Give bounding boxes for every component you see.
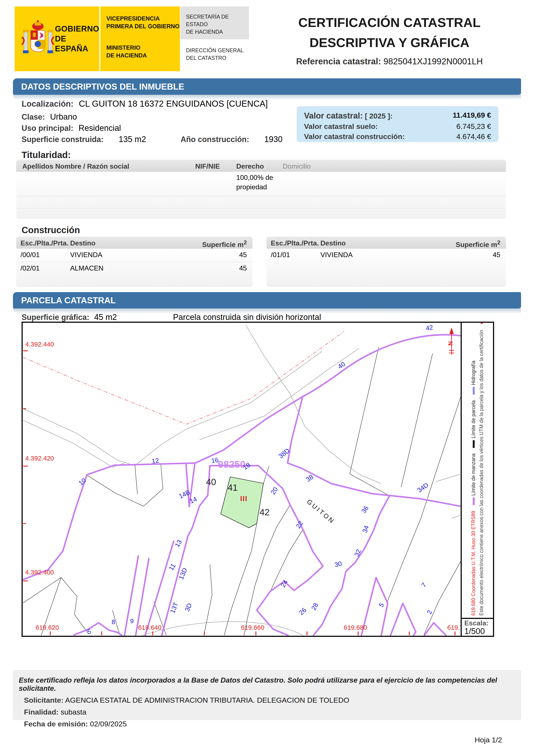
referencia-catastral: Referencia catastral: 9825041XJ1992N0001… [271,57,508,66]
table-cell: VIVIENDA [320,251,353,259]
parcel-number: 42 [260,507,270,517]
superficie-value: 135 m2 [119,135,146,144]
construccion-right-header: Esc./Plta./Prta. Destino Superficie m2 [267,237,506,249]
col-superficie: Superficie m2 [456,239,500,249]
finalidad-value: subasta [61,708,86,716]
parcel-number: 41 [228,482,238,493]
ministry-block: VICEPRESIDENCIA PRIMERA DEL GOBIERNO MIN… [100,7,180,71]
superficie-row: Superficie construida: 135 m2 Año constr… [22,135,282,144]
section-bar-parcela: PARCELA CATASTRAL [13,292,521,309]
derecho-line2: propiedad [236,183,267,191]
secretaria-line2: DE HACIENDA [186,28,249,36]
north-arrow-icon: N [447,328,454,355]
valor-label: Valor catastral: [304,111,363,120]
svg-text:26: 26 [297,607,308,616]
localizacion-value: CL GUITON 18 16372 ENGUIDANOS [CUENCA] [79,99,268,108]
superficie-grafica-label: Superficie gráfica: [22,313,89,322]
direccion-catastro-block: DIRECCIÓN GENERAL DEL CATASTRO [180,39,249,71]
legend-area: 619.680 Coordenadas U.T.M. Huso 30 ETRS8… [462,323,493,618]
legend-row-1: 619.680 Coordenadas U.T.M. Huso 30 ETRS8… [470,323,476,616]
titularidad-body: 100,00% de propiedad [16,172,506,219]
section-bar-datos: DATOS DESCRIPTIVOS DEL INMUEBLE [13,78,521,95]
col-esc: Esc./Plta./Prta. [271,239,319,247]
col-destino: Destino [320,239,346,247]
col-apellidos: Apellidos Nombre / Razón social [22,162,129,170]
house-numbers: 16 18 38D 38 20 22 34D 36 34 32 30 24 26… [77,324,433,635]
valor-year: [ 2025 ]: [365,112,393,120]
valor-total: 11.419,69 € [453,110,491,121]
page-number: Hoja 1/2 [475,736,502,744]
anio-label: Año construcción: [181,135,249,144]
fecha-row: Fecha de emisión: 02/09/2025 [24,720,515,728]
svg-text:36: 36 [360,504,370,514]
y-coord-label: 4.392.420 [25,455,54,462]
cadastral-map: 4.392.440 4.392.420 4.392.400 619.620 61… [23,323,461,636]
finalidad-row: Finalidad: subasta [24,708,515,716]
table-cell: 45 [239,264,247,272]
legend-item-parcela: Límite de parcela [470,400,476,448]
valor-suelo-label: Valor catastral suelo: [304,121,378,131]
table-cell: 45 [493,251,500,259]
vicepresidencia-line1: VICEPRESIDENCIA [106,15,180,22]
row-divider [16,208,506,208]
localizacion-label: Localización: [22,99,74,108]
gov-name-line2: DE ESPAÑA [55,34,99,54]
valor-construccion: 4.674,46 € [456,131,491,142]
legend-item-manzana: Límite de manzana [470,453,476,505]
row-divider [16,196,506,197]
fecha-value: 02/09/2025 [90,720,127,728]
gov-name-line1: GOBIERNO [55,24,99,34]
manzana-swatch-icon [473,498,475,505]
gov-name: GOBIERNO DE ESPAÑA [55,24,99,54]
parcel-mark: III [240,494,247,502]
svg-text:3D: 3D [183,602,193,612]
referencia-value: 9825041XJ1992N0001LH [383,57,483,66]
parcela-swatch-icon [473,440,475,448]
legend-item-hidrografia: Hidrografía [470,361,476,394]
titularidad-header-row: Apellidos Nombre / Razón social NIF/NIE … [16,160,506,172]
clase-row: Clase: Urbano [22,112,77,122]
svg-text:34D: 34D [416,481,430,494]
legend-row-2: Este documento electrónico contiene anex… [478,323,484,616]
construccion-left-header: Esc./Plta./Prta. Destino Superficie m2 [16,237,252,249]
pink-boundary-line [23,331,344,424]
dgc-line2: DEL CATASTRO [186,54,249,62]
construcciones-swatch-icon [481,323,483,324]
secretaria-line1: SECRETARÍA DE ESTADO [186,13,249,28]
superficie-grafica-row: Superficie gráfica: 45 m2 Parcela constr… [22,312,321,322]
legend-rotated-content: 619.680 Coordenadas U.T.M. Huso 30 ETRS8… [462,323,493,618]
page-title: CERTIFICACIÓN CATASTRAL DESCRIPTIVA Y GR… [271,13,508,53]
svg-text:32: 32 [353,548,362,557]
parcela-nota: Parcela construida sin división horizont… [173,312,321,322]
clase-value: Urbano [50,112,77,121]
construccion-left-body: /00/01 VIVIENDA 45 /02/01 ALMACEN 45 [16,249,252,287]
col-destino: Destino [70,239,95,247]
svg-text:13: 13 [173,539,183,548]
svg-text:2: 2 [425,609,433,615]
col-derecho: Derecho [236,162,264,170]
north-label: N [447,341,454,346]
secretaria-block: SECRETARÍA DE ESTADO DE HACIENDA [180,7,249,39]
map-sidebar: 619.680 Coordenadas U.T.M. Huso 30 ETRS8… [461,323,493,636]
svg-text:9: 9 [130,617,134,625]
manzana-number: 98250 [218,459,245,470]
svg-text:30: 30 [334,560,343,568]
svg-text:16: 16 [211,456,219,464]
ministerio-line2: DE HACIENDA [106,52,180,59]
vicepresidencia-line2: PRIMERA DEL GOBIERNO [106,22,180,30]
spain-coat-of-arms-icon [21,14,55,64]
valor-suelo: 6.745,23 € [456,121,491,131]
x-coord-label: 619.680 [344,624,367,631]
ministerio-line1: MINISTERIO [106,44,180,52]
superficie-grafica-value: 45 m2 [94,312,117,322]
escala-value: 1/500 [464,627,491,636]
svg-text:5: 5 [377,602,385,608]
y-coord-label: 4.392.440 [25,341,54,348]
page-title-line1: CERTIFICACIÓN CATASTRAL [271,13,508,33]
hidrografia-swatch-icon [473,387,475,394]
legend-item-construcciones: Límite de construcciones [478,323,484,324]
svg-text:5: 5 [87,628,91,635]
uso-row: Uso principal: Residencial [22,123,121,133]
table-cell: VIVIENDA [70,251,102,259]
col-esc: Esc./Plta./Prta. [20,239,68,247]
